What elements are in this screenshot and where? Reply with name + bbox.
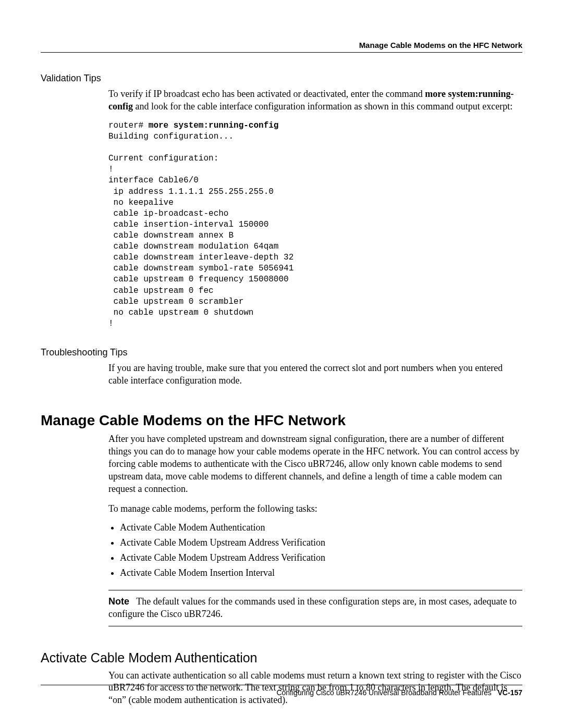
heading-manage-cable-modems: Manage Cable Modems on the HFC Network (41, 412, 522, 429)
note-sep (129, 596, 136, 607)
text: To verify if IP broadcast echo has been … (108, 89, 425, 99)
note-rule-bottom (108, 626, 522, 626)
code-command: more system:running-config (149, 121, 279, 130)
note-rule-top (108, 590, 522, 590)
code-prompt: router# (108, 121, 149, 130)
validation-paragraph: To verify if IP broadcast echo has been … (108, 88, 522, 113)
troubleshooting-paragraph: If you are having trouble, make sure tha… (108, 362, 522, 387)
text: and look for the cable interface configu… (133, 101, 512, 112)
heading-troubleshooting-tips: Troubleshooting Tips (41, 347, 522, 358)
heading-activate-auth: Activate Cable Modem Authentication (41, 650, 522, 665)
list-item: Activate Cable Modem Insertion Interval (120, 565, 522, 581)
list-item: Activate Cable Modem Authentication (120, 520, 522, 535)
note-body: The default values for the commands used… (108, 596, 517, 619)
page: Manage Cable Modems on the HFC Network V… (0, 0, 563, 728)
code-block: router# more system:running-config Build… (108, 120, 522, 329)
heading-validation-tips: Validation Tips (41, 73, 522, 84)
header-rule (41, 52, 522, 53)
note-label: Note (108, 596, 129, 607)
footer-doc-title: Configuring Cisco uBR7246 Universal Broa… (276, 688, 491, 697)
code-output: Building configuration... Current config… (108, 132, 293, 328)
footer-rule (41, 685, 522, 685)
running-header: Manage Cable Modems on the HFC Network (359, 41, 522, 50)
note-paragraph: Note The default values for the commands… (108, 596, 522, 621)
manage-paragraph-1: After you have completed upstream and do… (108, 433, 522, 496)
footer: Configuring Cisco uBR7246 Universal Broa… (41, 685, 522, 697)
list-item: Activate Cable Modem Upstream Address Ve… (120, 535, 522, 550)
task-list: Activate Cable Modem Authentication Acti… (108, 520, 522, 580)
footer-text: Configuring Cisco uBR7246 Universal Broa… (41, 688, 522, 697)
footer-page-number: VC-157 (498, 688, 522, 697)
list-item: Activate Cable Modem Upstream Address Ve… (120, 550, 522, 565)
manage-paragraph-2: To manage cable modems, perform the foll… (108, 503, 522, 515)
